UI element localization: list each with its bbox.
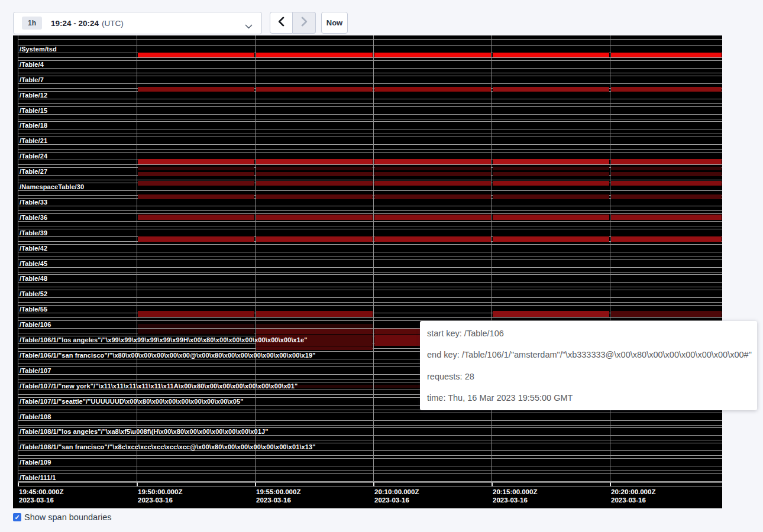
- span-boundary-line: [18, 190, 722, 191]
- heatmap-cell[interactable]: [256, 329, 373, 334]
- heatmap-cell[interactable]: [256, 159, 373, 164]
- heatmap-cell[interactable]: [138, 236, 254, 242]
- heatmap-cell[interactable]: [493, 236, 609, 242]
- heatmap-cell[interactable]: [493, 159, 609, 164]
- heatmap-cell[interactable]: [256, 172, 373, 177]
- span-boundary-line: [18, 297, 722, 298]
- tooltip-requests: requests: 28: [427, 371, 750, 382]
- heatmap-cell[interactable]: [493, 311, 609, 317]
- heatmap-cell[interactable]: [611, 311, 722, 317]
- span-boundary-line: [18, 274, 722, 275]
- span-boundary-line: [18, 99, 722, 99]
- range-timezone: (UTC): [102, 19, 124, 28]
- range-duration-badge: 1h: [22, 17, 42, 30]
- heatmap-cell[interactable]: [493, 181, 609, 186]
- heatmap-cell[interactable]: [138, 159, 254, 164]
- heatmap-cell[interactable]: [256, 346, 373, 350]
- heatmap-cell[interactable]: [256, 324, 373, 328]
- row-label: /Table/107/1/"seattle"/"UUUUUUD\x00\x80\…: [20, 397, 243, 406]
- heatmap-cell[interactable]: [256, 215, 373, 220]
- span-boundary-line: [18, 210, 722, 211]
- heatmap-cell[interactable]: [256, 236, 373, 242]
- prev-range-button[interactable]: [270, 12, 293, 34]
- tooltip-time: time: Thu, 16 Mar 2023 19:55:00 GMT: [427, 392, 750, 404]
- heatmap-cell[interactable]: [493, 172, 609, 177]
- show-span-boundaries-label: Show span boundaries: [24, 512, 112, 522]
- row-label: /Table/33: [20, 198, 47, 206]
- span-boundary-line: [18, 226, 722, 226]
- heatmap-cell[interactable]: [611, 167, 722, 170]
- axis-tick: [255, 482, 256, 486]
- span-boundary-line: [18, 420, 722, 421]
- heatmap-cell[interactable]: [256, 167, 373, 170]
- heatmap-cell[interactable]: [374, 159, 491, 164]
- heatmap-cell[interactable]: [138, 194, 254, 199]
- span-boundary-line: [18, 103, 722, 104]
- span-boundary-line: [18, 137, 722, 137]
- heatmap-cell[interactable]: [374, 194, 491, 199]
- heatmap-cell[interactable]: [256, 311, 373, 317]
- heatmap-cell[interactable]: [138, 215, 254, 220]
- span-boundary-line: [18, 57, 722, 58]
- heatmap-cell[interactable]: [611, 215, 722, 220]
- span-boundary-line: [18, 257, 722, 257]
- key-visualizer-heatmap[interactable]: /System/tsd/Table/4/Table/7/Table/12/Tab…: [13, 35, 722, 508]
- now-button[interactable]: Now: [321, 12, 348, 34]
- time-nav-group: [270, 12, 316, 34]
- heatmap-cell[interactable]: [138, 87, 254, 92]
- heatmap-cell[interactable]: [611, 194, 722, 199]
- heatmap-cell[interactable]: [138, 181, 254, 186]
- heatmap-cell[interactable]: [256, 87, 373, 92]
- row-label: /Table/107: [20, 366, 51, 375]
- heatmap-cell[interactable]: [374, 87, 491, 92]
- heatmap-cell[interactable]: [138, 324, 254, 328]
- heatmap-cell[interactable]: [611, 236, 722, 242]
- heatmap-cell[interactable]: [256, 181, 373, 186]
- time-range-select[interactable]: 1h 19:24 - 20:24 (UTC): [13, 12, 262, 34]
- heatmap-cell[interactable]: [374, 181, 491, 186]
- heatmap-cell[interactable]: [611, 53, 722, 57]
- row-label: /Table/55: [20, 305, 47, 313]
- heatmap-cell[interactable]: [493, 215, 609, 220]
- row-label: /Table/24: [20, 152, 47, 160]
- heatmap-cell[interactable]: [493, 167, 609, 170]
- x-axis-time-label: 20:10:00.000Z: [374, 488, 419, 495]
- row-label: /Table/21: [20, 137, 47, 145]
- heatmap-cell[interactable]: [374, 215, 491, 220]
- heatmap-cell[interactable]: [138, 311, 254, 317]
- heatmap-cell[interactable]: [611, 172, 722, 177]
- heatmap-cell[interactable]: [493, 194, 609, 199]
- x-axis-date-label: 2023-03-16: [256, 497, 291, 504]
- heatmap-cell[interactable]: [374, 172, 491, 177]
- span-boundary-line: [18, 413, 722, 413]
- span-boundary-line: [18, 259, 722, 260]
- span-boundary-line: [18, 180, 722, 180]
- span-boundary-line: [18, 455, 722, 456]
- show-span-boundaries-checkbox[interactable]: ✓: [13, 513, 21, 521]
- heatmap-cell[interactable]: [611, 181, 722, 186]
- heatmap-cell[interactable]: [138, 167, 254, 170]
- heatmap-cell[interactable]: [611, 87, 722, 92]
- heatmap-cell[interactable]: [138, 53, 254, 57]
- heatmap-cell[interactable]: [493, 87, 609, 92]
- heatmap-cell[interactable]: [138, 329, 254, 334]
- heatmap-cell[interactable]: [611, 159, 722, 164]
- x-axis-time-label: 19:45:00.000Z: [19, 488, 63, 495]
- span-boundary-line: [18, 83, 722, 84]
- row-label: /Table/106/1/"san francisco"/"\x80\x00\x…: [20, 351, 316, 359]
- heatmap-cell[interactable]: [374, 167, 491, 170]
- heatmap-cell[interactable]: [138, 172, 254, 177]
- row-label: /Table/15: [20, 106, 47, 115]
- toolbar: 1h 19:24 - 20:24 (UTC) Now: [0, 0, 763, 35]
- row-label: /Table/109: [20, 458, 51, 466]
- span-boundary-line: [18, 425, 722, 426]
- row-label: /Table/36: [20, 213, 47, 222]
- span-boundary-line: [18, 114, 722, 115]
- heatmap-cell[interactable]: [493, 53, 609, 57]
- heatmap-cell[interactable]: [374, 236, 491, 242]
- heatmap-cell[interactable]: [256, 194, 373, 199]
- heatmap-cell[interactable]: [256, 53, 373, 57]
- time-gridline: [137, 35, 137, 482]
- heatmap-cell[interactable]: [374, 53, 491, 57]
- next-range-button[interactable]: [293, 12, 316, 34]
